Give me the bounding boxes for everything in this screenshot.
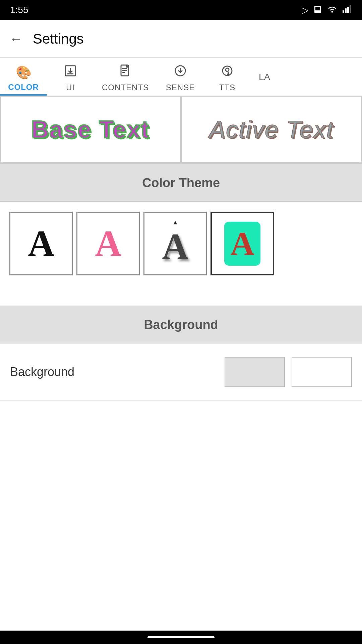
theme-letter-teal: A [224, 222, 260, 266]
active-text-preview: Active Text [209, 116, 334, 143]
svg-rect-4 [345, 8, 347, 13]
svg-rect-1 [315, 7, 320, 10]
palette-icon: 🎨 [16, 65, 32, 80]
section-spacer [0, 285, 362, 306]
wifi-icon [327, 5, 337, 15]
background-label: Background [10, 365, 74, 379]
tab-color-label: COLOR [8, 83, 39, 92]
base-text-preview-cell[interactable]: Base Text [0, 96, 181, 163]
svg-point-19 [228, 74, 229, 75]
tab-ui-label: UI [66, 83, 75, 92]
protect-icon: ▷ [302, 5, 308, 15]
base-text-preview: Base Text [32, 116, 150, 143]
color-theme-section-header: Color Theme [0, 164, 362, 201]
theme-options: A A ▲ A A [0, 202, 362, 285]
download-circle-icon [174, 64, 187, 80]
bg-color-swatch-gray[interactable] [225, 357, 285, 387]
active-text-preview-cell[interactable]: Active Text [181, 96, 362, 163]
svg-rect-3 [343, 10, 344, 13]
status-icons: ▷ [302, 4, 352, 16]
bg-color-swatch-white[interactable] [292, 357, 352, 387]
signal-icon [343, 5, 352, 15]
background-section-title: Background [144, 318, 218, 332]
page-title: Settings [33, 31, 84, 47]
tab-la[interactable]: LA [251, 58, 278, 96]
la-icon: LA [259, 72, 270, 83]
tabs-container: 🎨 COLOR UI CONTENTS [0, 58, 362, 96]
svg-rect-5 [347, 7, 349, 13]
theme-letter-plain: A [28, 222, 54, 265]
theme-option-teal[interactable]: A [210, 212, 274, 275]
tab-color[interactable]: 🎨 COLOR [0, 58, 47, 96]
tab-sense[interactable]: SENSE [157, 58, 204, 96]
theme-option-pink[interactable]: A [76, 212, 140, 275]
sim-icon [314, 4, 322, 16]
tab-ui[interactable]: UI [47, 58, 94, 96]
back-button[interactable]: ← [9, 32, 23, 46]
theme-letter-gradient: A [162, 225, 188, 268]
status-time: 1:55 [10, 5, 28, 15]
document-icon [119, 64, 132, 80]
color-theme-title: Color Theme [142, 176, 220, 190]
theme-letter-pink: A [95, 222, 121, 265]
tab-sense-label: SENSE [166, 83, 195, 92]
tab-contents-label: CONTENTS [102, 83, 149, 92]
svg-point-18 [226, 68, 229, 71]
status-bar: 1:55 ▷ [0, 0, 362, 20]
download-box-icon [64, 64, 77, 80]
background-section-header: Background [0, 306, 362, 343]
tab-contents[interactable]: CONTENTS [94, 58, 157, 96]
background-row: Background [0, 343, 362, 401]
preview-area: Base Text Active Text [0, 96, 362, 164]
tab-tts-label: TTS [219, 83, 235, 92]
tab-tts[interactable]: TTS [204, 58, 251, 96]
theme-option-gradient[interactable]: ▲ A [143, 212, 207, 275]
hearing-icon [221, 64, 234, 80]
svg-rect-6 [350, 5, 351, 13]
theme-option-plain[interactable]: A [9, 212, 73, 275]
background-controls [225, 357, 352, 387]
svg-point-2 [331, 11, 333, 12]
top-app-bar: ← Settings [0, 20, 362, 58]
